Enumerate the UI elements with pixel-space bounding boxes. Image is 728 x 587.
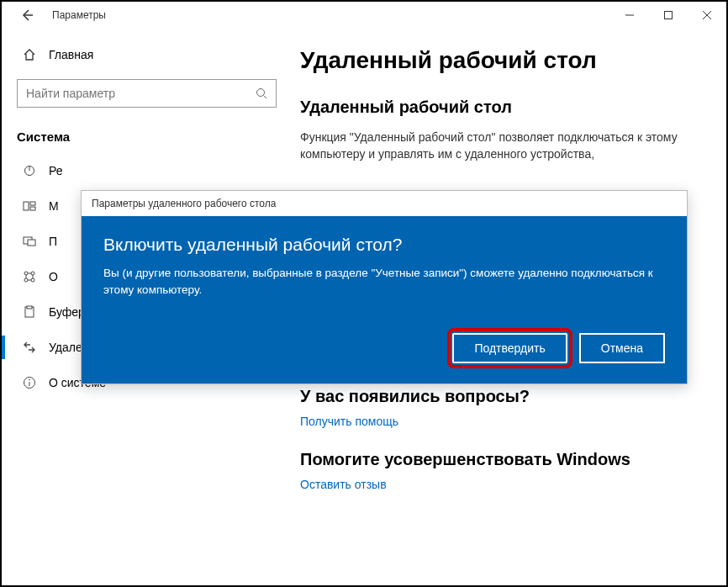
window-controls [610, 2, 726, 29]
home-label: Главная [49, 48, 93, 61]
svg-line-5 [264, 96, 267, 99]
confirm-button[interactable]: Подтвердить [452, 333, 567, 363]
dialog-body: Включить удаленный рабочий стол? Вы (и д… [82, 216, 687, 383]
minimize-icon [625, 11, 634, 19]
svg-point-16 [31, 278, 34, 282]
svg-rect-9 [30, 202, 35, 205]
home-nav[interactable]: Главная [17, 39, 277, 71]
back-button[interactable] [17, 5, 37, 25]
multitask-icon [22, 198, 37, 214]
power-icon [22, 163, 37, 178]
improve-header: Помогите усовершенствовать Windows [300, 450, 699, 469]
section-subtitle: Удаленный рабочий стол [300, 98, 699, 117]
svg-point-4 [257, 89, 265, 97]
nav-label: Ре [49, 164, 63, 177]
info-icon [22, 375, 37, 390]
svg-rect-8 [24, 202, 29, 210]
share-icon [22, 269, 37, 284]
cancel-button[interactable]: Отмена [579, 333, 665, 363]
titlebar: Параметры [2, 2, 726, 29]
questions-header: У вас появились вопросы? [300, 387, 699, 406]
search-field[interactable] [26, 87, 256, 100]
description-text: Функция "Удаленный рабочий стол" позволя… [300, 129, 699, 163]
dialog-buttons: Подтвердить Отмена [103, 333, 665, 363]
nav-label: М [49, 199, 59, 213]
remote-desktop-icon [22, 340, 37, 355]
maximize-icon [664, 11, 673, 19]
svg-point-21 [29, 379, 30, 381]
close-icon [703, 11, 711, 19]
project-icon [22, 234, 37, 249]
sidebar-item-0[interactable]: Ре [17, 154, 277, 188]
maximize-button[interactable] [649, 2, 688, 29]
help-link[interactable]: Получить помощь [300, 415, 699, 428]
confirm-dialog: Параметры удаленного рабочего стола Вклю… [81, 190, 688, 384]
nav-label: О [49, 270, 58, 283]
home-icon [22, 47, 37, 62]
search-icon [256, 87, 267, 99]
svg-point-15 [24, 278, 28, 282]
svg-point-13 [24, 272, 28, 275]
nav-label: П [49, 235, 57, 248]
dialog-heading: Включить удаленный рабочий стол? [103, 235, 665, 255]
dialog-title: Параметры удаленного рабочего стола [82, 191, 687, 216]
dialog-text: Вы (и другие пользователи, выбранные в р… [103, 265, 665, 298]
svg-rect-10 [30, 207, 35, 210]
close-button[interactable] [688, 2, 726, 29]
arrow-left-icon [20, 8, 34, 22]
svg-rect-1 [665, 12, 673, 19]
svg-point-14 [31, 272, 34, 275]
search-input[interactable] [17, 79, 277, 108]
minimize-button[interactable] [610, 2, 649, 29]
clipboard-icon [22, 304, 37, 320]
app-title: Параметры [52, 9, 106, 21]
svg-rect-12 [28, 240, 35, 246]
page-title: Удаленный рабочий стол [300, 47, 699, 74]
feedback-link[interactable]: Оставить отзыв [300, 478, 699, 491]
section-header: Система [17, 130, 277, 144]
svg-rect-18 [27, 306, 32, 309]
